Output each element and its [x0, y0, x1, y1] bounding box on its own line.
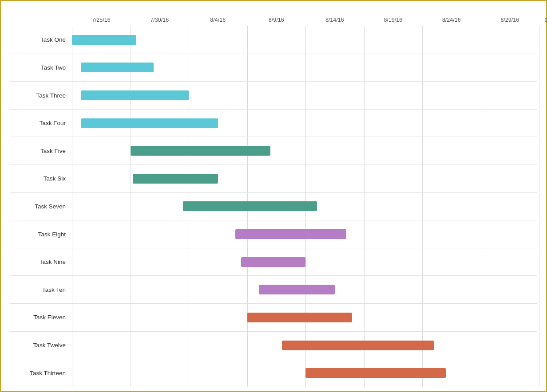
task-label: Task Ten	[10, 286, 72, 293]
grid-line	[481, 26, 481, 54]
grid-line	[539, 359, 539, 387]
task-row: Task Six	[10, 165, 537, 192]
grid-line	[131, 276, 131, 303]
grid-line	[72, 276, 72, 303]
task-bar	[183, 201, 317, 211]
grid-line	[539, 193, 539, 220]
task-bar	[131, 146, 271, 156]
task-row: Task Eight	[10, 220, 537, 248]
task-chart-area	[72, 26, 537, 54]
grid-line	[305, 248, 306, 276]
grid-line	[247, 54, 248, 82]
task-label: Task One	[10, 36, 72, 43]
date-header: 7/25/167/30/168/4/168/9/168/14/168/19/16…	[72, 17, 537, 23]
grid-line	[422, 248, 423, 276]
grid-line	[131, 359, 131, 387]
task-chart-area	[72, 82, 537, 109]
task-row: Task Three	[10, 81, 537, 109]
grid-line	[364, 54, 365, 82]
date-label: 8/4/16	[189, 17, 247, 23]
grid-line	[539, 54, 539, 82]
grid-line	[481, 193, 481, 220]
grid-line	[305, 54, 306, 82]
chart-container: 7/25/167/30/168/4/168/9/168/14/168/19/16…	[0, 0, 547, 392]
task-label: Task Eight	[10, 231, 72, 238]
task-bar	[305, 368, 446, 378]
grid-line	[539, 332, 539, 359]
task-row: Task Seven	[10, 192, 537, 220]
grid-line	[189, 220, 189, 248]
task-chart-area	[72, 276, 537, 303]
task-bar	[282, 341, 434, 350]
task-bar	[81, 63, 154, 72]
grid-line	[422, 137, 423, 165]
grid-line	[131, 304, 131, 331]
grid-line	[305, 137, 306, 165]
grid-line	[364, 26, 365, 54]
task-row: Task Ten	[10, 275, 537, 303]
grid-line	[189, 54, 189, 82]
task-chart-area	[72, 165, 537, 192]
grid-line	[539, 165, 539, 192]
grid-line	[422, 82, 423, 109]
task-row: Task Nine	[10, 248, 537, 276]
grid-line	[72, 165, 72, 192]
grid-line	[481, 248, 481, 276]
grid-line	[189, 332, 189, 359]
grid-line	[72, 304, 72, 331]
grid-line	[247, 82, 248, 109]
grid-line	[539, 137, 539, 165]
grid-line	[72, 110, 72, 137]
grid-line	[364, 82, 365, 109]
grid-line	[131, 332, 131, 359]
grid-line	[247, 26, 248, 54]
task-bar	[235, 229, 346, 239]
grid-line	[72, 137, 72, 165]
grid-line	[72, 332, 72, 359]
task-chart-area	[72, 248, 537, 276]
grid-line	[364, 110, 365, 137]
grid-line	[481, 82, 481, 109]
grid-line	[539, 82, 539, 109]
grid-line	[539, 276, 539, 303]
grid-line	[481, 304, 481, 331]
grid-line	[189, 276, 189, 303]
date-label: 7/30/16	[131, 17, 189, 23]
task-chart-area	[72, 359, 537, 387]
grid-line	[189, 248, 189, 276]
task-bar	[247, 313, 353, 322]
grid-line	[72, 54, 72, 82]
task-row: Task Twelve	[10, 331, 537, 359]
task-bar	[72, 35, 136, 45]
task-row: Task Eleven	[10, 303, 537, 331]
grid-line	[72, 220, 72, 248]
grid-line	[422, 54, 423, 82]
grid-line	[422, 193, 423, 220]
grid-line	[364, 137, 365, 165]
task-row: Task One	[10, 26, 537, 54]
date-label: 8/19/16	[364, 17, 423, 23]
task-label: Task Nine	[10, 259, 72, 265]
grid-line	[422, 165, 423, 192]
grid-line	[539, 110, 539, 137]
grid-line	[364, 276, 365, 303]
task-chart-area	[72, 137, 537, 165]
task-chart-area	[72, 193, 537, 220]
task-chart-area	[72, 110, 537, 137]
grid-line	[247, 332, 248, 359]
grid-line	[131, 220, 131, 248]
grid-line	[481, 359, 481, 387]
task-row: Task Two	[10, 54, 537, 82]
task-bar	[241, 257, 305, 267]
grid-line	[189, 82, 189, 109]
grid-line	[364, 165, 365, 192]
grid-line	[305, 110, 306, 137]
grid-line	[305, 26, 306, 54]
grid-line	[539, 304, 539, 331]
grid-line	[247, 359, 248, 387]
task-label: Task Six	[10, 175, 72, 182]
task-row: Task Thirteen	[10, 359, 537, 387]
task-chart-area	[72, 332, 537, 359]
grid-line	[72, 359, 72, 387]
chart-body: 7/25/167/30/168/4/168/9/168/14/168/19/16…	[10, 17, 537, 387]
